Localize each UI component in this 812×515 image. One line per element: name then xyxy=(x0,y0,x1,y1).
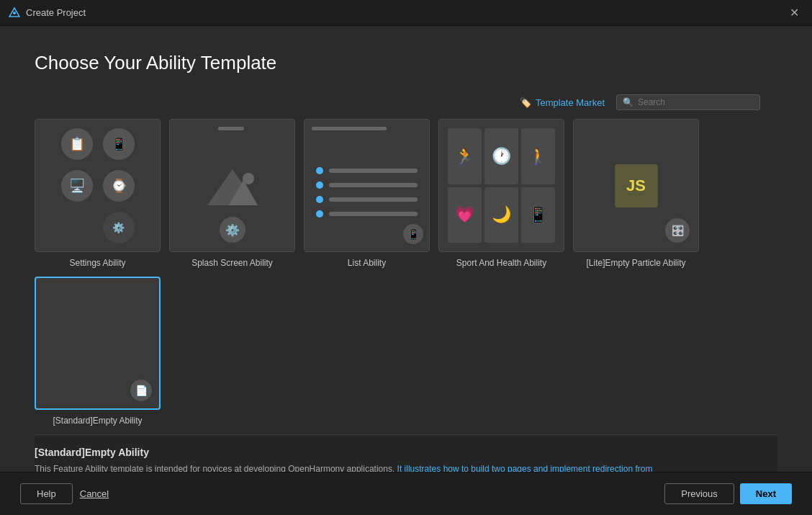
description-text: This Feature Ability template is intende… xyxy=(35,462,777,472)
sport-cell-run: 🚶 xyxy=(521,128,555,184)
template-card-sport[interactable]: 🏃 🕐 🚶 💗 🌙 📱 xyxy=(438,119,564,252)
template-card-settings[interactable]: 📋 📱 🖥️ ⌚ ⚙️ xyxy=(35,119,161,252)
search-input[interactable] xyxy=(638,97,754,107)
cancel-button[interactable]: Cancel xyxy=(80,483,109,504)
previous-button[interactable]: Previous xyxy=(664,483,734,504)
close-button[interactable]: ✕ xyxy=(785,4,803,21)
template-item-splash-screen[interactable]: ⚙️ Splash Screen Ability xyxy=(169,119,295,268)
sport-cell-heart: 💗 xyxy=(448,187,482,243)
template-card-lite[interactable]: JS 🎛️ xyxy=(573,119,699,252)
empty-phone-icon: 📄 xyxy=(130,380,152,401)
template-card-splash[interactable]: ⚙️ xyxy=(169,119,295,252)
template-label-standard: [Standard]Empty Ability xyxy=(53,416,142,426)
list-bar-1 xyxy=(329,169,418,173)
sport-cell-phone: 📱 xyxy=(521,187,555,243)
templates-grid: 📋 📱 🖥️ ⌚ ⚙️ Settings Ability xyxy=(35,119,777,429)
list-dot-2 xyxy=(316,182,323,189)
list-row-3 xyxy=(316,196,418,203)
empty-card-inner xyxy=(88,278,108,408)
list-dot-1 xyxy=(316,167,323,174)
template-item-standard-empty[interactable]: 📄 [Standard]Empty Ability xyxy=(35,277,161,426)
template-item-list[interactable]: 📱 List Ability xyxy=(304,119,430,268)
desc-text-part1: This Feature Ability template is intende… xyxy=(35,464,397,472)
desc-text-highlight: It illustrates how to build two pages an… xyxy=(397,464,653,472)
page-title: Choose Your Ability Template xyxy=(35,52,777,74)
search-box[interactable]: 🔍 xyxy=(616,94,760,110)
template-label-sport: Sport And Health Ability xyxy=(456,258,546,268)
list-row-4 xyxy=(316,210,418,218)
market-icon: 🏷️ xyxy=(520,97,531,108)
template-market-bar: 🏷️ Template Market 🔍 xyxy=(35,94,777,110)
template-card-list[interactable]: 📱 xyxy=(304,119,430,252)
template-item-sport-health[interactable]: 🏃 🕐 🚶 💗 🌙 📱 Sport And Health Ability xyxy=(438,119,564,268)
bottom-bar: Help Cancel Previous Next xyxy=(0,472,812,515)
splash-gear-icon: ⚙️ xyxy=(220,217,245,243)
splash-bottom: ⚙️ xyxy=(220,217,245,243)
svg-point-4 xyxy=(243,173,254,184)
template-card-standard[interactable]: 📄 xyxy=(35,277,161,410)
template-label-lite: [Lite]Empty Particle Ability xyxy=(586,258,685,268)
main-content: Choose Your Ability Template 🏷️ Template… xyxy=(0,26,812,472)
splash-mountain-icon xyxy=(204,166,261,209)
next-button[interactable]: Next xyxy=(740,483,792,504)
template-label-list: List Ability xyxy=(348,258,386,268)
sport-cell-moon: 🌙 xyxy=(484,187,518,243)
list-card-inner xyxy=(304,156,429,229)
list-row-1 xyxy=(316,167,418,174)
template-item-lite-empty[interactable]: JS 🎛️ [Lite]Empty Particle Ability xyxy=(573,119,699,268)
template-label-settings: Settings Ability xyxy=(69,258,125,268)
splash-top-bar xyxy=(218,127,244,130)
template-label-splash: Splash Screen Ability xyxy=(191,258,273,268)
app-icon xyxy=(9,7,20,19)
help-button[interactable]: Help xyxy=(20,483,73,504)
list-bar-4 xyxy=(329,212,418,216)
sport-cell-clock: 🕐 xyxy=(484,128,518,184)
window-title: Create Project xyxy=(26,7,86,18)
sport-cell-activity: 🏃 xyxy=(448,128,482,184)
list-dot-4 xyxy=(316,210,323,218)
list-top-bar xyxy=(312,127,387,130)
sport-card-inner: 🏃 🕐 🚶 💗 🌙 📱 xyxy=(439,120,564,251)
lite-bottom-icon: 🎛️ xyxy=(665,218,690,243)
template-item-settings-ability[interactable]: 📋 📱 🖥️ ⌚ ⚙️ Settings Ability xyxy=(35,119,161,268)
bottom-left: Help Cancel xyxy=(20,483,109,504)
template-market-link[interactable]: 🏷️ Template Market xyxy=(520,97,605,108)
description-section: [Standard]Empty Ability This Feature Abi… xyxy=(35,434,777,472)
settings-icon-watch: ⌚ xyxy=(103,170,135,202)
settings-icon-tablet: 📱 xyxy=(103,128,135,160)
list-bar-3 xyxy=(329,197,418,202)
settings-icon-gear: ⚙️ xyxy=(103,212,135,243)
lite-card-inner: JS xyxy=(615,120,658,251)
description-title: [Standard]Empty Ability xyxy=(35,447,777,458)
settings-icon-monitor: 🖥️ xyxy=(61,170,93,202)
settings-card-inner: 📋 📱 🖥️ ⌚ ⚙️ xyxy=(47,119,149,252)
bottom-right: Previous Next xyxy=(664,483,792,504)
title-bar-left: Create Project xyxy=(9,7,86,19)
list-bar-2 xyxy=(329,183,418,187)
search-icon: 🔍 xyxy=(623,97,633,107)
js-badge: JS xyxy=(615,164,658,207)
title-bar: Create Project ✕ xyxy=(0,0,812,26)
template-market-label-text: Template Market xyxy=(536,97,605,108)
splash-card-inner: ⚙️ xyxy=(211,120,254,251)
list-dot-3 xyxy=(316,196,323,203)
settings-icon-clipboard: 📋 xyxy=(61,128,93,160)
svg-point-1 xyxy=(13,12,16,14)
list-scroll-handle: 📱 xyxy=(403,224,423,244)
list-row-2 xyxy=(316,182,418,189)
